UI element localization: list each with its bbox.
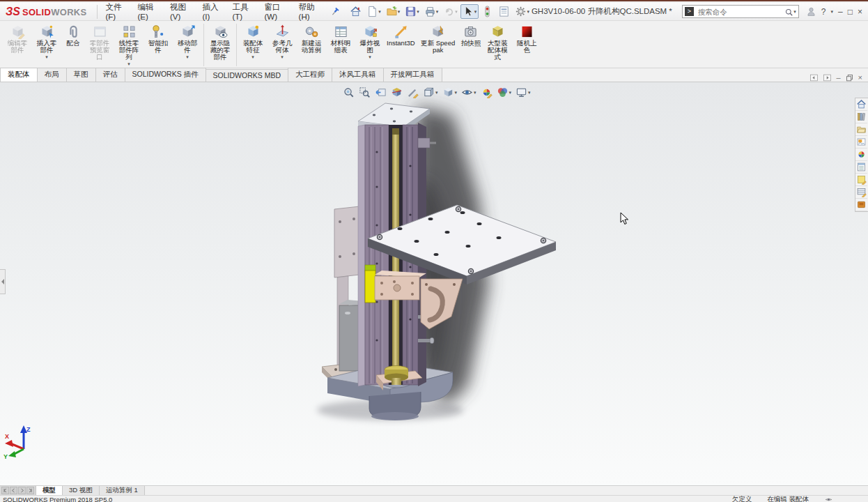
quick-toolbar-button[interactable]: [496, 4, 512, 19]
dropdown-caret[interactable]: [455, 9, 458, 15]
dropdown-caret[interactable]: [186, 54, 189, 60]
next-pane-icon[interactable]: [823, 73, 832, 82]
ribbon-button[interactable]: Instant3D: [385, 22, 417, 47]
quick-toolbar-button[interactable]: [384, 4, 403, 19]
login-user-icon[interactable]: [806, 6, 816, 17]
dropdown-caret[interactable]: [281, 54, 284, 60]
quick-toolbar-button[interactable]: [364, 4, 383, 19]
task-pane-button[interactable]: [855, 149, 867, 161]
dropdown-caret[interactable]: [509, 90, 512, 96]
dropdown-caret[interactable]: [474, 90, 476, 96]
command-tab[interactable]: SOLIDWORKS 插件: [125, 68, 206, 82]
view-tool-button[interactable]: [374, 86, 387, 99]
command-tab[interactable]: 评估: [95, 68, 125, 82]
task-pane-button[interactable]: [855, 199, 867, 211]
next-tab-button[interactable]: [18, 487, 26, 494]
model-slider-block[interactable]: [365, 265, 375, 303]
help-dropdown-caret[interactable]: [831, 9, 834, 15]
dropdown-caret[interactable]: [474, 9, 477, 15]
quick-toolbar-button[interactable]: [460, 4, 479, 19]
ribbon-button[interactable]: 配合: [61, 22, 85, 47]
ribbon-button[interactable]: 装配体特征: [238, 22, 268, 61]
menu-item[interactable]: 插入(I): [197, 0, 227, 24]
feature-panel-handle[interactable]: [0, 269, 6, 294]
menu-item[interactable]: 文件(F): [100, 0, 132, 24]
command-tab[interactable]: 布局: [37, 68, 67, 82]
ribbon-button[interactable]: 更新 Speedpak: [417, 22, 459, 54]
dropdown-caret[interactable]: [369, 54, 371, 60]
dropdown-caret[interactable]: [45, 54, 48, 60]
view-tool-button[interactable]: [496, 86, 513, 99]
close-button[interactable]: ×: [858, 7, 862, 17]
ribbon-button[interactable]: 新建运动算例: [297, 22, 326, 54]
menu-item[interactable]: 工具(T): [226, 0, 258, 24]
task-pane-button[interactable]: [855, 174, 867, 186]
ribbon-button[interactable]: 智能扣件: [144, 22, 173, 54]
bottom-tab[interactable]: 3D 视图: [63, 486, 100, 495]
ribbon-button[interactable]: 线性零部件阵列: [114, 22, 144, 68]
maximize-button[interactable]: □: [848, 7, 853, 17]
quick-toolbar-button[interactable]: [441, 4, 460, 19]
ribbon-button[interactable]: 拍快照: [459, 22, 483, 47]
task-pane-button[interactable]: [855, 123, 867, 136]
previous-tab-button[interactable]: [10, 487, 17, 494]
task-pane-button[interactable]: [855, 98, 867, 111]
command-tab[interactable]: 草图: [66, 68, 96, 82]
bottom-tab[interactable]: 模型: [36, 486, 63, 495]
ribbon-button[interactable]: 零部件预览窗口: [85, 22, 114, 61]
view-tool-button[interactable]: [480, 86, 493, 99]
view-tool-button[interactable]: [342, 86, 355, 99]
bottom-tab[interactable]: 运动算例 1: [100, 486, 145, 495]
dropdown-caret[interactable]: [435, 90, 438, 96]
dropdown-caret[interactable]: [527, 9, 529, 15]
quick-toolbar-button[interactable]: [403, 4, 421, 19]
ribbon-button[interactable]: 大型装配体模式: [483, 22, 512, 61]
menu-item[interactable]: 编辑(E): [132, 0, 164, 24]
view-tool-button[interactable]: [358, 86, 371, 99]
command-search[interactable]: >: [682, 5, 799, 18]
dropdown-caret[interactable]: [378, 9, 381, 15]
graphics-area[interactable]: Z X Y: [0, 82, 868, 485]
command-tab[interactable]: 开拔网工具箱: [383, 68, 442, 82]
view-tool-button[interactable]: [460, 86, 477, 99]
command-tab[interactable]: 装配体: [0, 68, 38, 82]
quick-toolbar-button[interactable]: [348, 4, 364, 19]
ribbon-button[interactable]: 移动部件: [173, 22, 202, 61]
assembly-model[interactable]: [0, 82, 868, 485]
view-tool-button[interactable]: [406, 86, 419, 99]
command-tab[interactable]: 大工程师: [288, 68, 332, 82]
menu-item[interactable]: 窗口(W): [258, 0, 293, 24]
view-tool-button[interactable]: [442, 86, 458, 99]
doc-restore-button[interactable]: [845, 73, 854, 82]
task-pane-button[interactable]: [855, 111, 867, 123]
ribbon-button[interactable]: 参考几何体: [268, 22, 297, 61]
dropdown-caret[interactable]: [251, 54, 254, 60]
dropdown-caret[interactable]: [528, 90, 531, 96]
doc-close-button[interactable]: ×: [858, 73, 862, 82]
menu-item[interactable]: 帮助(H): [293, 0, 326, 24]
ribbon-button[interactable]: 随机上色: [512, 22, 541, 54]
command-tab[interactable]: SOLIDWORKS MBD: [206, 69, 288, 82]
pin-menu-icon[interactable]: [330, 6, 340, 17]
minimize-button[interactable]: –: [838, 7, 843, 17]
menu-item[interactable]: 视图(V): [164, 0, 197, 24]
task-pane-button[interactable]: [855, 136, 867, 149]
last-tab-button[interactable]: [26, 487, 34, 494]
dropdown-caret[interactable]: [436, 9, 439, 15]
search-input[interactable]: [697, 7, 784, 17]
task-pane-button[interactable]: [855, 186, 867, 199]
dropdown-caret[interactable]: [127, 61, 130, 67]
quick-toolbar-button[interactable]: [422, 4, 441, 19]
ribbon-button[interactable]: 材料明细表: [326, 22, 355, 54]
first-tab-button[interactable]: [1, 487, 9, 494]
help-button[interactable]: ?: [821, 7, 826, 17]
task-pane-button[interactable]: [855, 161, 867, 174]
dropdown-caret[interactable]: [398, 9, 401, 15]
search-dropdown-caret[interactable]: [793, 9, 796, 15]
ribbon-button[interactable]: 插入零部件: [32, 22, 61, 61]
dropdown-caret[interactable]: [417, 9, 419, 15]
view-tool-button[interactable]: [390, 86, 403, 99]
command-tab[interactable]: 沐风工具箱: [332, 68, 384, 82]
quick-toolbar-button[interactable]: [479, 4, 495, 19]
doc-minimize-button[interactable]: –: [836, 73, 840, 82]
